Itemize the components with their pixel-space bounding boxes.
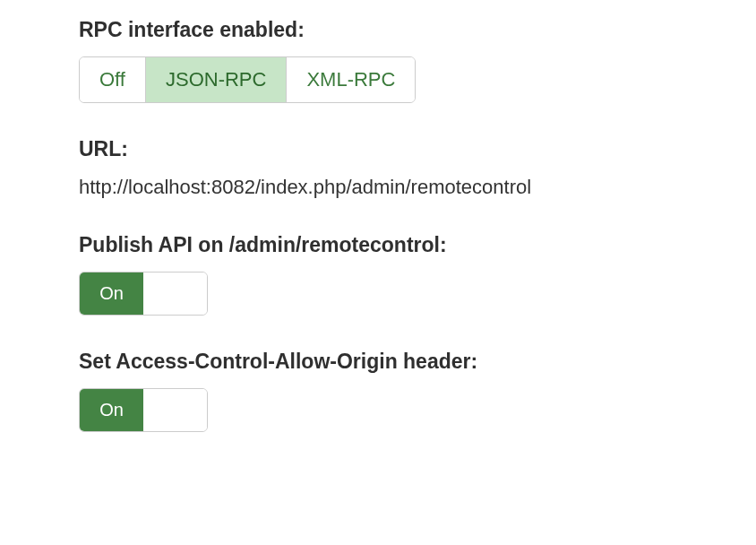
rpc-option-off[interactable]: Off <box>80 57 146 102</box>
publish-api-label: Publish API on /admin/remotecontrol: <box>79 233 677 257</box>
cors-header-field: Set Access-Control-Allow-Origin header: … <box>79 350 677 432</box>
cors-header-toggle[interactable]: On <box>79 388 208 432</box>
cors-header-label: Set Access-Control-Allow-Origin header: <box>79 350 677 374</box>
publish-api-toggle[interactable]: On <box>79 272 208 316</box>
publish-api-field: Publish API on /admin/remotecontrol: On <box>79 233 677 316</box>
cors-header-toggle-off <box>143 389 207 431</box>
url-field: URL: http://localhost:8082/index.php/adm… <box>79 137 677 199</box>
cors-header-toggle-on: On <box>80 389 143 431</box>
publish-api-toggle-off <box>143 272 207 315</box>
rpc-interface-field: RPC interface enabled: Off JSON-RPC XML-… <box>79 18 677 103</box>
rpc-interface-segmented-control: Off JSON-RPC XML-RPC <box>79 56 416 103</box>
rpc-interface-label: RPC interface enabled: <box>79 18 677 42</box>
rpc-option-json-rpc[interactable]: JSON-RPC <box>146 57 287 102</box>
url-label: URL: <box>79 137 677 161</box>
url-value: http://localhost:8082/index.php/admin/re… <box>79 176 677 199</box>
publish-api-toggle-on: On <box>80 272 143 315</box>
rpc-option-xml-rpc[interactable]: XML-RPC <box>287 57 415 102</box>
